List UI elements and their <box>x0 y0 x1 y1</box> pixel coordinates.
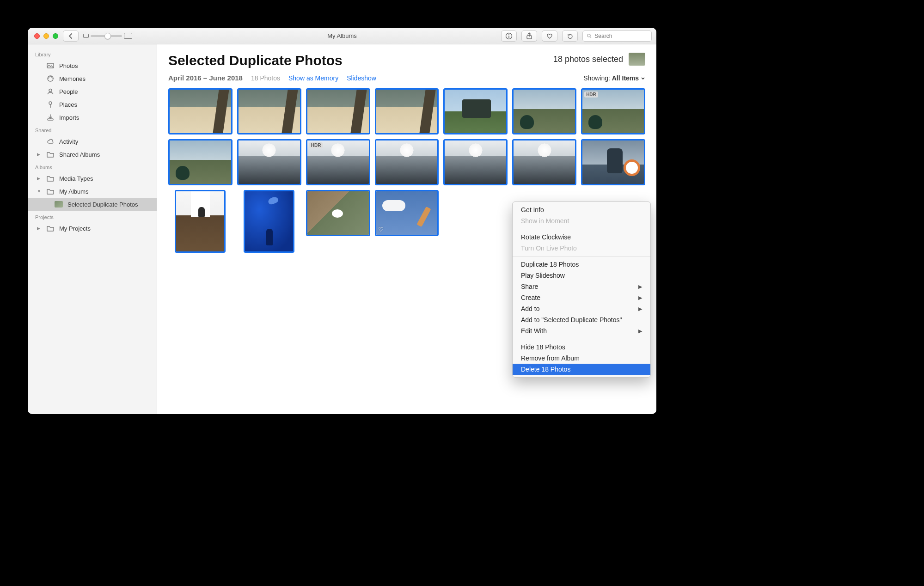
photo-thumbnail[interactable] <box>237 139 301 185</box>
favorite-button[interactable] <box>542 31 557 42</box>
slider-knob[interactable] <box>104 33 111 39</box>
sidebar-item-label: Shared Albums <box>59 151 149 158</box>
rotate-icon <box>566 32 574 40</box>
sidebar-section-header: Albums <box>28 161 157 172</box>
sidebar-item[interactable]: Places <box>28 98 157 111</box>
sidebar-item[interactable]: ▶Shared Albums <box>28 148 157 161</box>
sidebar-item[interactable]: Selected Duplicate Photos <box>28 198 157 211</box>
submenu-arrow-icon: ▶ <box>638 284 642 290</box>
photo-thumbnail[interactable]: HDR <box>306 139 370 185</box>
selection-stack-thumb[interactable] <box>629 53 645 66</box>
photo-thumbnail[interactable] <box>306 88 370 134</box>
photo-image <box>582 140 644 184</box>
photo-thumbnail[interactable] <box>306 190 370 236</box>
heart-icon <box>546 32 553 40</box>
slider-track[interactable] <box>91 35 122 37</box>
fullscreen-window-button[interactable] <box>53 33 58 39</box>
window-controls <box>32 33 58 39</box>
photo-thumbnail[interactable]: HDR <box>581 88 645 134</box>
sidebar-item[interactable]: Activity <box>28 135 157 148</box>
menu-item[interactable]: Create▶ <box>513 292 650 303</box>
menu-item[interactable]: Duplicate 18 Photos <box>513 259 650 270</box>
sidebar-item-label: Imports <box>59 114 149 121</box>
context-menu: Get InfoShow in MomentRotate ClockwiseTu… <box>512 201 651 378</box>
menu-item[interactable]: Hide 18 Photos <box>513 342 650 353</box>
minimize-window-button[interactable] <box>43 33 49 39</box>
photo-thumbnail[interactable] <box>244 190 294 253</box>
menu-item[interactable]: Add to▶ <box>513 303 650 314</box>
photo-thumbnail[interactable] <box>375 139 439 185</box>
showing-value: All Items <box>612 74 639 82</box>
photo-image <box>239 90 300 133</box>
share-button[interactable] <box>521 31 537 42</box>
sidebar-item[interactable]: ▶My Projects <box>28 222 157 235</box>
menu-item[interactable]: Get Info <box>513 204 650 215</box>
disclosure-triangle-icon[interactable]: ▶ <box>37 226 42 231</box>
photo-thumbnail[interactable] <box>237 88 301 134</box>
photo-image <box>445 140 506 184</box>
photo-thumbnail[interactable]: ♡ <box>375 190 439 236</box>
photo-thumbnail[interactable] <box>512 88 576 134</box>
menu-item-label: Get Info <box>521 206 544 214</box>
photo-image <box>239 140 300 184</box>
photo-image <box>170 140 231 184</box>
menu-item[interactable]: Remove from Album <box>513 353 650 364</box>
photo-thumbnail[interactable] <box>168 139 233 185</box>
disclosure-triangle-icon[interactable]: ▼ <box>37 189 42 194</box>
menu-item[interactable]: Add to "Selected Duplicate Photos" <box>513 314 650 325</box>
search-field[interactable] <box>582 31 652 42</box>
thumbnail-size-slider[interactable] <box>83 33 132 39</box>
photo-thumbnail[interactable] <box>168 88 233 134</box>
menu-item[interactable]: Edit With▶ <box>513 325 650 336</box>
close-window-button[interactable] <box>34 33 40 39</box>
menu-item[interactable]: Play Slideshow <box>513 270 650 281</box>
photo-image <box>445 90 506 133</box>
photo-thumbnail[interactable] <box>443 139 508 185</box>
photo-thumbnail[interactable] <box>581 139 645 185</box>
showing-filter[interactable]: Showing: All Items <box>583 74 645 82</box>
info-button[interactable] <box>501 31 517 42</box>
sidebar-item-label: My Albums <box>59 188 149 195</box>
photo-thumbnail[interactable] <box>512 139 576 185</box>
photo-thumbnail[interactable] <box>443 88 508 134</box>
search-input[interactable] <box>594 33 648 39</box>
sidebar-section-header: Shared <box>28 124 157 135</box>
menu-item-label: Edit With <box>521 327 547 335</box>
window-body: LibraryPhotosMemoriesPeoplePlacesImports… <box>28 44 656 414</box>
slideshow-link[interactable]: Slideshow <box>347 74 376 82</box>
menu-item[interactable]: Share▶ <box>513 281 650 292</box>
sidebar-item[interactable]: People <box>28 85 157 98</box>
date-range: April 2016 – June 2018 <box>168 74 243 82</box>
sidebar-item[interactable]: ▼My Albums <box>28 185 157 198</box>
rotate-button[interactable] <box>562 31 578 42</box>
main-content: Selected Duplicate Photos 18 photos sele… <box>157 44 656 414</box>
sidebar-item[interactable]: Imports <box>28 111 157 124</box>
menu-item[interactable]: Rotate Clockwise <box>513 232 650 243</box>
large-grid-icon <box>124 33 132 39</box>
chevron-down-icon <box>641 76 645 81</box>
share-icon <box>526 32 533 40</box>
back-button[interactable] <box>63 31 79 42</box>
disclosure-triangle-icon[interactable]: ▶ <box>37 152 42 157</box>
photos-icon <box>46 61 55 70</box>
photo-thumbnail[interactable] <box>375 88 439 134</box>
hdr-badge: HDR <box>584 92 598 98</box>
sidebar-item[interactable]: ▶Media Types <box>28 172 157 185</box>
photos-app-window: My Albums LibraryPhotosMemoriesPeoplePla… <box>28 28 656 414</box>
hdr-badge: HDR <box>309 142 323 148</box>
subheader: April 2016 – June 2018 18 Photos Show as… <box>168 74 645 82</box>
photo-thumbnail[interactable] <box>175 190 226 253</box>
info-icon <box>505 32 513 40</box>
show-as-memory-link[interactable]: Show as Memory <box>288 74 338 82</box>
menu-item: Turn On Live Photo <box>513 243 650 254</box>
menu-item-label: Add to "Selected Duplicate Photos" <box>521 316 622 324</box>
svg-point-9 <box>49 102 52 104</box>
photo-image <box>307 90 369 133</box>
sidebar-item[interactable]: Photos <box>28 59 157 72</box>
sidebar-item[interactable]: Memories <box>28 72 157 85</box>
menu-item[interactable]: Delete 18 Photos <box>513 364 650 375</box>
menu-separator <box>513 339 650 339</box>
disclosure-triangle-icon[interactable]: ▶ <box>37 176 42 181</box>
photo-image <box>176 191 224 251</box>
svg-rect-2 <box>508 36 509 38</box>
